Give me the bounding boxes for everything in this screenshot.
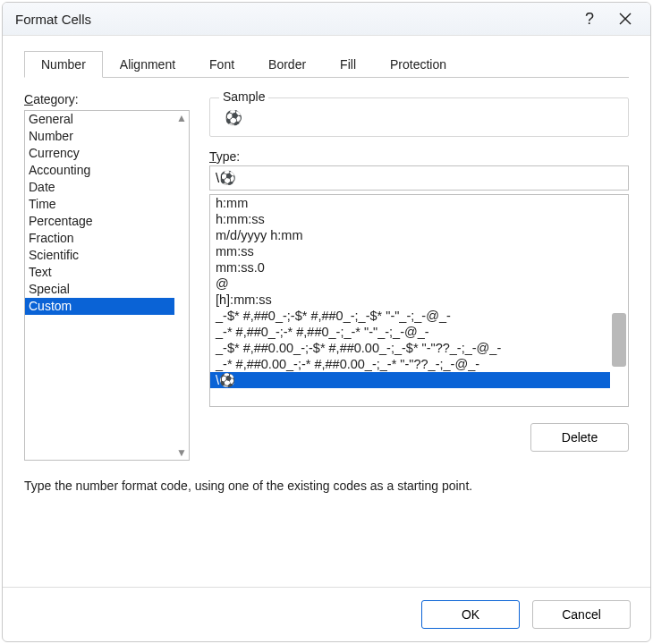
titlebar: Format Cells ? (3, 3, 650, 36)
dialog-title: Format Cells (15, 12, 572, 27)
category-item[interactable]: Custom (25, 298, 174, 315)
sample-legend: Sample (219, 89, 268, 104)
scroll-up-icon[interactable]: ▲ (174, 111, 189, 125)
close-button[interactable] (607, 6, 643, 31)
type-item[interactable]: mm:ss (210, 243, 610, 259)
tab-border[interactable]: Border (251, 51, 323, 78)
type-label: Type: (209, 149, 629, 164)
type-item[interactable]: h:mm:ss (210, 211, 610, 227)
close-icon (619, 13, 632, 25)
category-item[interactable]: Text (25, 264, 174, 281)
category-item[interactable]: Scientific (25, 247, 174, 264)
category-item[interactable]: Special (25, 281, 174, 298)
type-scrollbar[interactable] (612, 197, 626, 404)
type-listbox[interactable]: h:mmh:mm:ssm/d/yyyy h:mmmm:ssmm:ss.0@[h]… (209, 194, 629, 407)
type-item[interactable]: h:mm (210, 195, 610, 211)
sample-value: ⚽ (219, 109, 619, 127)
tab-alignment[interactable]: Alignment (103, 51, 192, 78)
tab-number[interactable]: Number (24, 51, 103, 78)
dialog-footer: OK Cancel (3, 587, 650, 641)
category-item[interactable]: Percentage (25, 213, 174, 230)
scrollbar-thumb[interactable] (612, 313, 626, 367)
type-item[interactable]: m/d/yyyy h:mm (210, 227, 610, 243)
type-item[interactable]: _-* #,##0_-;-* #,##0_-;_-* "-"_-;_-@_- (210, 324, 610, 340)
tab-fill[interactable]: Fill (323, 51, 373, 78)
category-listbox[interactable]: GeneralNumberCurrencyAccountingDateTimeP… (24, 110, 190, 461)
type-item[interactable]: \⚽ (210, 372, 610, 388)
ok-button[interactable]: OK (421, 600, 520, 629)
type-item[interactable]: _-$* #,##0_-;-$* #,##0_-;_-$* "-"_-;_-@_… (210, 308, 610, 324)
help-button[interactable]: ? (572, 6, 607, 31)
delete-button[interactable]: Delete (530, 423, 629, 452)
category-item[interactable]: Date (25, 179, 174, 196)
tabs-container: NumberAlignmentFontBorderFillProtection (3, 36, 650, 78)
category-label: Category: (24, 92, 190, 106)
help-text: Type the number format code, using one o… (24, 479, 629, 493)
sample-groupbox: Sample ⚽ (209, 97, 629, 137)
type-item[interactable]: @ (210, 275, 610, 292)
type-item[interactable]: _-$* #,##0.00_-;-$* #,##0.00_-;_-$* "-"?… (210, 340, 610, 356)
type-input[interactable] (209, 165, 629, 191)
category-item[interactable]: Time (25, 196, 174, 213)
type-item[interactable]: [h]:mm:ss (210, 292, 610, 308)
cancel-button[interactable]: Cancel (532, 600, 631, 629)
category-item[interactable]: Accounting (25, 162, 174, 179)
tab-font[interactable]: Font (192, 51, 251, 78)
tab-content-number: Category: GeneralNumberCurrencyAccountin… (3, 78, 650, 587)
category-item[interactable]: General (25, 111, 174, 128)
format-cells-dialog: Format Cells ? NumberAlignmentFontBorder… (2, 2, 651, 642)
tab-protection[interactable]: Protection (373, 51, 463, 78)
type-item[interactable]: _-* #,##0.00_-;-* #,##0.00_-;_-* "-"??_-… (210, 356, 610, 372)
type-item[interactable]: mm:ss.0 (210, 259, 610, 275)
category-item[interactable]: Fraction (25, 230, 174, 247)
category-item[interactable]: Currency (25, 145, 174, 162)
category-scrollbar[interactable]: ▲ ▼ (174, 111, 189, 460)
scroll-down-icon[interactable]: ▼ (174, 445, 189, 460)
category-item[interactable]: Number (25, 128, 174, 145)
